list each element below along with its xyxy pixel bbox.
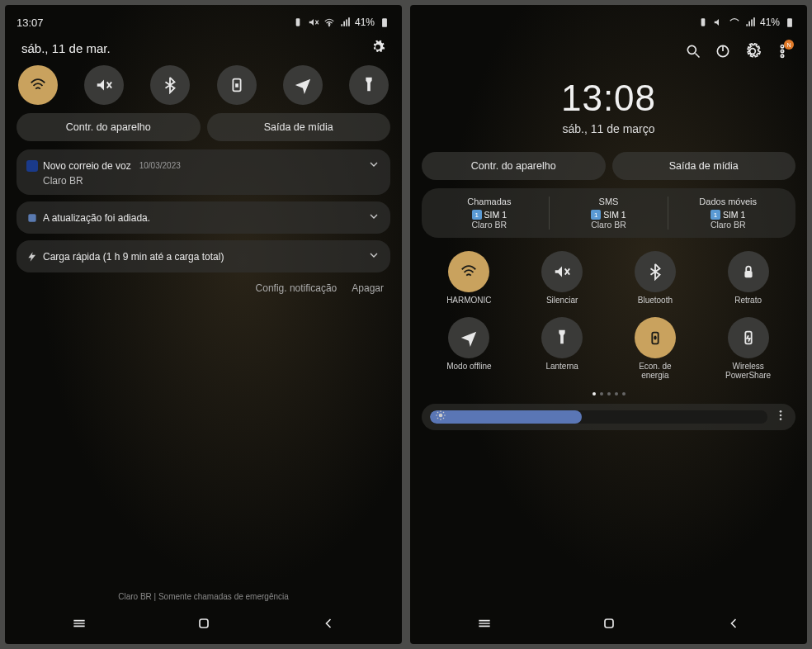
- clear-all-button[interactable]: Apagar: [352, 282, 384, 294]
- home-button[interactable]: [196, 615, 212, 635]
- date-text: sáb., 11 de mar.: [21, 41, 111, 55]
- sim-card-panel[interactable]: Chamadas 1SIM 1 Claro BR SMS 1SIM 1 Clar…: [422, 188, 795, 238]
- tile-flashlight[interactable]: Lanterna: [518, 317, 607, 381]
- toggle-wifi[interactable]: [18, 65, 58, 105]
- signal-icon: [744, 17, 756, 28]
- notification-badge: N: [784, 40, 794, 50]
- bluetooth-icon: [161, 76, 179, 94]
- settings-button[interactable]: [371, 40, 385, 57]
- wifi-icon: [323, 17, 335, 28]
- svg-rect-7: [787, 18, 792, 26]
- svg-point-12: [781, 54, 783, 57]
- sim-col-data[interactable]: Dados móveis 1SIM 1 Claro BR: [668, 197, 787, 230]
- page-dot: [600, 392, 603, 396]
- tile-powersave[interactable]: Econ. de energia: [611, 317, 700, 381]
- phone-right: 41% N 13:08 sáb., 11 de março Contr. do …: [410, 5, 807, 644]
- svg-rect-0: [296, 18, 300, 26]
- brightness-more-button[interactable]: [774, 409, 787, 425]
- device-controls-button[interactable]: Contr. do aparelho: [17, 113, 201, 141]
- battery-icon: [379, 17, 390, 28]
- flashlight-icon: [360, 76, 378, 94]
- svg-rect-1: [382, 18, 387, 26]
- svg-point-11: [781, 50, 783, 52]
- svg-rect-13: [744, 271, 752, 277]
- airplane-icon: [460, 329, 478, 347]
- bolt-icon: [26, 251, 38, 263]
- media-output-button[interactable]: Saída de mídia: [612, 152, 796, 180]
- search-icon: [685, 43, 701, 59]
- notification-actions: Config. notificação Apagar: [23, 282, 384, 294]
- expand-button[interactable]: [367, 158, 380, 173]
- tile-wifi[interactable]: HARMONIC: [425, 251, 513, 306]
- lock-icon: [739, 263, 758, 281]
- device-controls-button[interactable]: Contr. do aparelho: [422, 152, 606, 180]
- notification-voicemail[interactable]: Novo correio de voz 10/03/2023 Claro BR: [17, 149, 390, 195]
- status-icons: 41%: [697, 17, 795, 28]
- airplane-icon: [294, 76, 312, 94]
- tile-portrait[interactable]: Retrato: [704, 251, 792, 306]
- tile-bluetooth[interactable]: Bluetooth: [611, 251, 700, 306]
- nav-bar: [17, 609, 390, 641]
- back-button[interactable]: [725, 615, 742, 635]
- expand-button[interactable]: [367, 249, 380, 264]
- recents-button[interactable]: [476, 615, 493, 635]
- gear-icon: [744, 43, 761, 59]
- notification-charging[interactable]: Carga rápida (1 h 9 min até a carga tota…: [17, 240, 390, 272]
- toggle-flashlight[interactable]: [349, 65, 389, 105]
- notification-update[interactable]: A atualização foi adiada.: [17, 201, 390, 234]
- battery-saver-icon: [292, 17, 304, 28]
- tile-powershare[interactable]: Wireless PowerShare: [704, 317, 792, 381]
- power-button[interactable]: [715, 43, 731, 63]
- tile-label: Bluetooth: [638, 296, 673, 306]
- voicemail-app-icon: [26, 160, 38, 172]
- home-button[interactable]: [601, 615, 617, 635]
- sim-col-sms[interactable]: SMS 1SIM 1 Claro BR: [550, 197, 669, 230]
- sim-label: SIM 1: [603, 210, 626, 220]
- wifi-icon: [460, 263, 478, 281]
- toggle-airplane[interactable]: [283, 65, 323, 105]
- mute-icon: [308, 17, 319, 28]
- media-output-button[interactable]: Saída de mídia: [207, 113, 391, 141]
- mute-icon: [553, 263, 571, 281]
- sim-carrier: Claro BR: [550, 220, 668, 230]
- tile-label: Lanterna: [545, 362, 578, 372]
- phone-left: 13:07 41% sáb., 11 de mar. Contr. do apa…: [5, 5, 402, 644]
- svg-point-8: [687, 45, 696, 54]
- svg-rect-6: [701, 18, 706, 26]
- notification-settings-button[interactable]: Config. notificação: [256, 282, 338, 294]
- toggle-rotation[interactable]: [217, 65, 257, 105]
- battery-leaf-icon: [646, 329, 664, 347]
- svg-point-16: [439, 413, 443, 417]
- battery-text: 41%: [355, 17, 375, 28]
- settings-button[interactable]: [744, 43, 761, 63]
- wifi-icon: [29, 76, 47, 94]
- notification-subtitle: Claro BR: [43, 175, 380, 187]
- svg-rect-5: [200, 619, 208, 628]
- notification-title: A atualização foi adiada.: [43, 212, 150, 224]
- svg-point-19: [780, 418, 782, 420]
- sim-col-calls[interactable]: Chamadas 1SIM 1 Claro BR: [430, 197, 550, 230]
- nav-bar: [422, 609, 795, 641]
- tile-label: Retrato: [734, 296, 762, 306]
- back-button[interactable]: [320, 615, 337, 635]
- status-icons: 41%: [292, 17, 390, 28]
- gear-icon: [371, 40, 385, 54]
- tile-sound[interactable]: Silenciar: [518, 251, 607, 306]
- brightness-slider[interactable]: [430, 410, 767, 424]
- svg-rect-3: [235, 83, 238, 88]
- update-icon: [26, 212, 38, 224]
- tile-airplane[interactable]: Modo offline: [425, 317, 513, 381]
- toggle-sound[interactable]: [84, 65, 124, 105]
- panel-top-icons: N: [427, 43, 791, 63]
- sim-carrier: Claro BR: [430, 220, 549, 230]
- svg-rect-20: [605, 619, 613, 628]
- brightness-row: [422, 404, 795, 430]
- more-button[interactable]: N: [774, 43, 791, 63]
- mute-icon: [95, 76, 113, 94]
- page-dot: [592, 392, 596, 396]
- recents-button[interactable]: [71, 615, 87, 635]
- toggle-bluetooth[interactable]: [150, 65, 190, 105]
- search-button[interactable]: [685, 43, 701, 63]
- expand-button[interactable]: [367, 210, 380, 225]
- tile-label: Modo offline: [446, 362, 491, 372]
